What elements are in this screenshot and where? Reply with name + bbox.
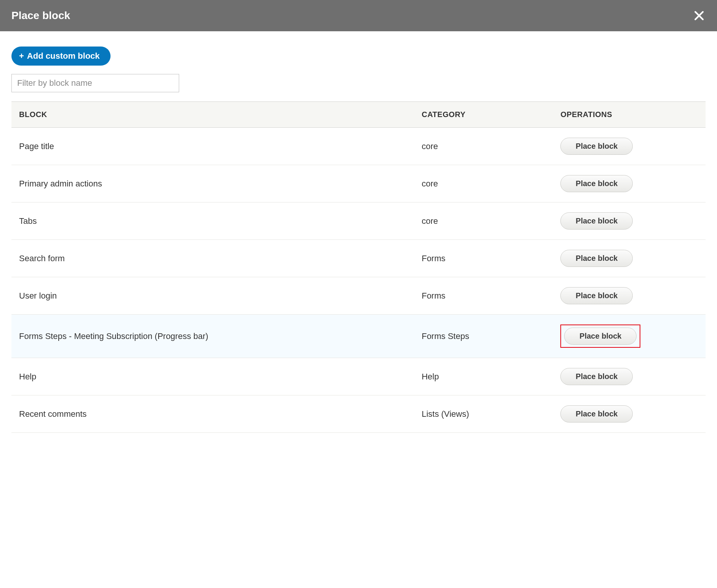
operation-wrapper: Place block: [560, 138, 633, 155]
place-block-button[interactable]: Place block: [564, 328, 637, 345]
operation-wrapper: Place block: [560, 405, 633, 423]
table-row: Forms Steps - Meeting Subscription (Prog…: [11, 315, 706, 358]
table-row: Recent commentsLists (Views)Place block: [11, 395, 706, 433]
dialog-content: + Add custom block BLOCK CATEGORY OPERAT…: [0, 31, 717, 440]
category-cell: Forms: [414, 240, 553, 277]
plus-icon: +: [19, 51, 24, 61]
operation-wrapper: Place block: [560, 250, 633, 267]
operations-cell: Place block: [553, 165, 706, 202]
table-row: Search formFormsPlace block: [11, 240, 706, 277]
operation-wrapper: Place block: [560, 212, 633, 230]
operations-cell: Place block: [553, 277, 706, 315]
operations-cell: Place block: [553, 240, 706, 277]
table-row: Primary admin actionscorePlace block: [11, 165, 706, 202]
category-cell: Forms: [414, 277, 553, 315]
operation-wrapper: Place block: [560, 287, 633, 304]
place-block-button[interactable]: Place block: [560, 212, 633, 230]
col-header-block: BLOCK: [11, 102, 414, 128]
blocks-table: BLOCK CATEGORY OPERATIONS Page titlecore…: [11, 101, 706, 433]
operations-cell: Place block: [553, 358, 706, 395]
dialog-header: Place block: [0, 0, 717, 31]
add-custom-block-label: Add custom block: [27, 51, 100, 61]
category-cell: Forms Steps: [414, 315, 553, 358]
operations-cell: Place block: [553, 395, 706, 433]
block-name-cell: Forms Steps - Meeting Subscription (Prog…: [11, 315, 414, 358]
table-row: HelpHelpPlace block: [11, 358, 706, 395]
place-block-button[interactable]: Place block: [560, 368, 633, 385]
place-block-button[interactable]: Place block: [560, 250, 633, 267]
filter-block-name-input[interactable]: [11, 74, 179, 92]
category-cell: core: [414, 128, 553, 165]
block-name-cell: Search form: [11, 240, 414, 277]
table-row: TabscorePlace block: [11, 202, 706, 240]
col-header-operations: OPERATIONS: [553, 102, 706, 128]
block-name-cell: Tabs: [11, 202, 414, 240]
close-icon: [694, 11, 704, 21]
block-name-cell: Help: [11, 358, 414, 395]
close-button[interactable]: [693, 9, 706, 22]
table-row: User loginFormsPlace block: [11, 277, 706, 315]
operations-cell: Place block: [553, 315, 706, 358]
block-name-cell: Page title: [11, 128, 414, 165]
category-cell: Lists (Views): [414, 395, 553, 433]
place-block-button[interactable]: Place block: [560, 138, 633, 155]
category-cell: core: [414, 165, 553, 202]
dialog-title: Place block: [11, 10, 70, 22]
block-name-cell: Recent comments: [11, 395, 414, 433]
table-row: Page titlecorePlace block: [11, 128, 706, 165]
operations-cell: Place block: [553, 202, 706, 240]
operation-wrapper: Place block: [560, 368, 633, 385]
highlighted-operation: Place block: [560, 325, 640, 348]
place-block-button[interactable]: Place block: [560, 287, 633, 304]
block-name-cell: Primary admin actions: [11, 165, 414, 202]
place-block-button[interactable]: Place block: [560, 175, 633, 192]
operation-wrapper: Place block: [560, 175, 633, 192]
block-name-cell: User login: [11, 277, 414, 315]
category-cell: core: [414, 202, 553, 240]
operations-cell: Place block: [553, 128, 706, 165]
category-cell: Help: [414, 358, 553, 395]
col-header-category: CATEGORY: [414, 102, 553, 128]
place-block-button[interactable]: Place block: [560, 405, 633, 423]
add-custom-block-button[interactable]: + Add custom block: [11, 47, 111, 66]
